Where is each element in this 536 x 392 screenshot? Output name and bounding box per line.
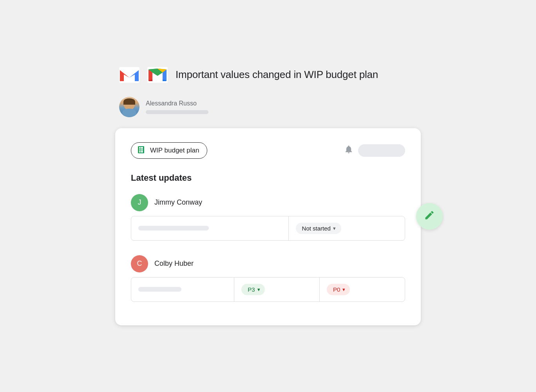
row-cells-jimmy: Not started ▾	[131, 216, 405, 241]
sender-name: Alessandra Russo	[146, 100, 208, 107]
chevron-down-icon-p3: ▾	[257, 287, 260, 292]
email-subject: Important values changed in WIP budget p…	[176, 69, 378, 81]
section-title: Latest updates	[131, 173, 405, 183]
chevron-down-icon-jimmy: ▾	[333, 225, 336, 231]
user-header-colby: C Colby Huber	[131, 255, 405, 272]
email-card: WIP budget plan Latest updates J Jimmy C…	[115, 128, 421, 325]
user-avatar-colby: C	[131, 255, 148, 272]
priority-badge-p0[interactable]: P0 ▾	[327, 284, 350, 295]
user-initial-colby: C	[137, 260, 142, 268]
edit-fab-button[interactable]	[416, 203, 443, 230]
card-header-row: WIP budget plan	[131, 142, 405, 159]
spreadsheet-name: WIP budget plan	[150, 147, 199, 154]
email-header: Important values changed in WIP budget p…	[115, 67, 421, 83]
edit-icon	[424, 210, 435, 223]
user-divider	[131, 249, 405, 249]
user-name-jimmy: Jimmy Conway	[154, 198, 202, 207]
row-cells-colby: P3 ▾ P0 ▾	[131, 277, 405, 302]
gmail-logo	[119, 67, 139, 83]
sender-email-bar	[146, 110, 208, 114]
card-actions	[344, 144, 405, 157]
cell-colby-1	[131, 278, 234, 301]
sheets-icon	[137, 146, 146, 155]
chevron-down-icon-p0: ▾	[342, 287, 345, 292]
sender-avatar	[119, 97, 139, 117]
priority-label-p0: P0	[333, 286, 340, 293]
cell-jimmy-1	[131, 216, 289, 240]
cell-bar-jimmy-1	[138, 226, 209, 230]
user-initial-jimmy: J	[138, 198, 141, 207]
user-entry-colby: C Colby Huber P3 ▾ P0 ▾	[131, 255, 405, 302]
priority-label-p3: P3	[248, 286, 255, 293]
sender-row: Alessandra Russo	[115, 97, 421, 117]
cell-colby-2[interactable]: P3 ▾	[234, 278, 320, 301]
cell-jimmy-2[interactable]: Not started ▾	[289, 216, 405, 240]
gmail-logo-container	[147, 67, 168, 83]
gmail-logo-svg	[147, 67, 168, 83]
bell-icon[interactable]	[344, 145, 353, 156]
user-name-colby: Colby Huber	[154, 260, 194, 268]
spreadsheet-pill[interactable]: WIP budget plan	[131, 142, 207, 159]
status-label-jimmy: Not started	[302, 225, 331, 232]
status-badge-jimmy[interactable]: Not started ▾	[296, 223, 341, 234]
sender-info: Alessandra Russo	[146, 100, 208, 114]
user-header-jimmy: J Jimmy Conway	[131, 194, 405, 211]
user-entry-jimmy: J Jimmy Conway Not started ▾	[131, 194, 405, 241]
action-bar-placeholder	[358, 144, 405, 157]
cell-bar-colby-1	[138, 287, 181, 292]
cell-colby-3[interactable]: P0 ▾	[320, 278, 405, 301]
user-avatar-jimmy: J	[131, 194, 148, 211]
priority-badge-p3[interactable]: P3 ▾	[241, 284, 264, 295]
